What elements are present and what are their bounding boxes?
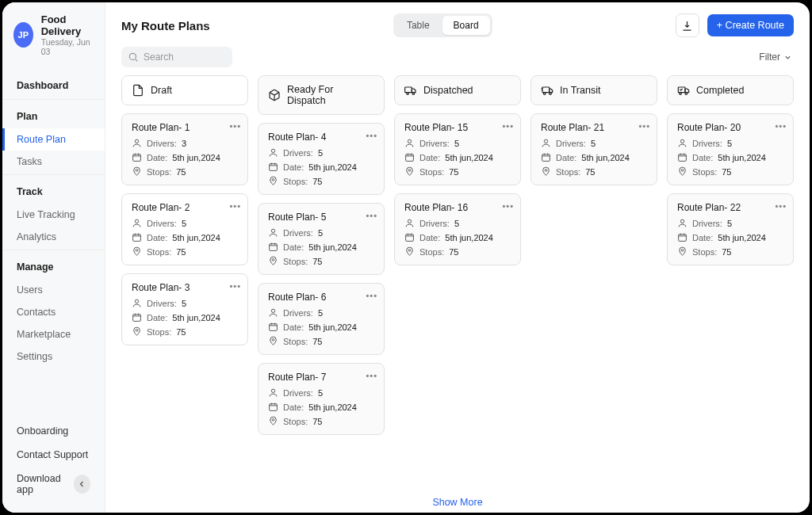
card-title: Route Plan- 3: [132, 282, 238, 293]
card-title: Route Plan- 1: [132, 122, 238, 133]
avatar[interactable]: JP: [13, 22, 33, 48]
search-wrapper: [121, 47, 232, 67]
card-date-row: Date: 5th jun,2024: [132, 232, 238, 242]
create-route-button[interactable]: + Create Route: [707, 14, 794, 36]
route-card[interactable]: •••Route Plan- 22Drivers: 5Date: 5th jun…: [667, 193, 794, 265]
toggle-table[interactable]: Table: [396, 16, 441, 35]
route-card[interactable]: •••Route Plan- 6Drivers: 5Date: 5th jun,…: [258, 283, 385, 355]
card-more-button[interactable]: •••: [502, 201, 514, 211]
nav-live-tracking[interactable]: Live Tracking: [2, 204, 105, 226]
calendar-icon: [268, 322, 278, 332]
sidebar: JP Food Delivery Tuesday, Jun 03 Dashboa…: [2, 2, 105, 513]
svg-point-19: [271, 389, 274, 392]
column-ready: Ready For Dispatch•••Route Plan- 4Driver…: [258, 75, 385, 479]
nav-contacts[interactable]: Contacts: [2, 301, 105, 323]
column-header-draft[interactable]: Draft: [121, 75, 248, 105]
route-card[interactable]: •••Route Plan- 20Drivers: 5Date: 5th jun…: [667, 113, 794, 185]
card-drivers-row: Drivers: 5: [268, 227, 374, 238]
route-card[interactable]: •••Route Plan- 21Drivers: 5Date: 5th jun…: [530, 113, 657, 185]
card-more-button[interactable]: •••: [366, 131, 377, 140]
search-icon: [128, 52, 139, 63]
collapse-sidebar-button[interactable]: [74, 475, 90, 494]
svg-point-16: [271, 309, 274, 312]
svg-point-27: [408, 170, 411, 172]
filter-button[interactable]: Filter: [757, 48, 794, 66]
column-transit: In Transit•••Route Plan- 21Drivers: 5Dat…: [530, 75, 657, 479]
pin-icon: [268, 336, 278, 346]
driver-icon: [132, 218, 142, 228]
ready-icon: [268, 89, 281, 101]
route-card[interactable]: •••Route Plan- 2Drivers: 5Date: 5th jun,…: [121, 193, 248, 265]
show-more-button[interactable]: Show More: [105, 492, 810, 513]
route-card[interactable]: •••Route Plan- 4Drivers: 5Date: 5th jun,…: [258, 123, 385, 195]
column-header-completed[interactable]: Completed: [667, 75, 794, 105]
nav-dashboard[interactable]: Dashboard: [2, 74, 105, 97]
svg-point-38: [680, 93, 682, 95]
card-more-button[interactable]: •••: [775, 201, 787, 211]
column-label: Dispatched: [423, 85, 473, 96]
svg-point-23: [407, 93, 409, 95]
card-title: Route Plan- 2: [132, 202, 238, 213]
svg-point-32: [543, 93, 546, 95]
card-more-button[interactable]: •••: [638, 121, 650, 131]
card-more-button[interactable]: •••: [366, 291, 377, 300]
card-date-row: Date: 5th jun,2024: [132, 152, 238, 162]
card-more-button[interactable]: •••: [366, 211, 377, 220]
calendar-icon: [541, 152, 551, 162]
svg-point-0: [129, 53, 136, 59]
column-header-transit[interactable]: In Transit: [530, 75, 657, 105]
svg-point-39: [685, 93, 688, 95]
nav-analytics[interactable]: Analytics: [2, 226, 105, 248]
pin-icon: [268, 176, 278, 186]
driver-icon: [132, 138, 142, 148]
calendar-icon: [404, 232, 415, 242]
card-more-button[interactable]: •••: [502, 121, 514, 131]
card-more-button[interactable]: •••: [775, 121, 787, 131]
route-card[interactable]: •••Route Plan- 7Drivers: 5Date: 5th jun,…: [258, 363, 385, 435]
toggle-board[interactable]: Board: [442, 16, 490, 35]
nav-support[interactable]: Contact Support: [2, 443, 105, 467]
card-title: Route Plan- 22: [677, 202, 783, 213]
route-card[interactable]: •••Route Plan- 16Drivers: 5Date: 5th jun…: [394, 193, 521, 265]
card-more-button[interactable]: •••: [229, 201, 241, 211]
card-more-button[interactable]: •••: [229, 121, 241, 131]
column-header-ready[interactable]: Ready For Dispatch: [258, 75, 385, 115]
brand-block: JP Food Delivery Tuesday, Jun 03: [2, 2, 105, 64]
column-header-dispatched[interactable]: Dispatched: [394, 75, 521, 105]
calendar-icon: [268, 162, 278, 172]
nav-manage-head: Manage: [2, 255, 105, 279]
card-more-button[interactable]: •••: [366, 371, 377, 380]
route-card[interactable]: •••Route Plan- 15Drivers: 5Date: 5th jun…: [394, 113, 521, 185]
card-stops-row: Stops: 75: [132, 166, 238, 177]
nav-plan-head: Plan: [2, 105, 105, 128]
card-stops-row: Stops: 75: [268, 336, 374, 346]
route-card[interactable]: •••Route Plan- 5Drivers: 5Date: 5th jun,…: [258, 203, 385, 275]
card-stops-row: Stops: 75: [132, 326, 238, 337]
page-title: My Route Plans: [121, 19, 210, 32]
card-drivers-row: Drivers: 5: [404, 218, 511, 228]
svg-rect-22: [405, 87, 412, 93]
card-drivers-row: Drivers: 5: [268, 387, 374, 398]
nav-marketplace[interactable]: Marketplace: [2, 323, 105, 345]
svg-point-36: [545, 170, 547, 172]
nav-download[interactable]: Download app: [17, 473, 74, 495]
pin-icon: [541, 166, 551, 177]
nav-route-plan[interactable]: Route Plan: [2, 128, 105, 151]
card-drivers-row: Drivers: 5: [132, 218, 238, 228]
nav-track-head: Track: [2, 180, 105, 204]
download-button[interactable]: [676, 13, 699, 37]
svg-point-24: [412, 93, 415, 95]
nav-tasks[interactable]: Tasks: [2, 151, 105, 173]
calendar-icon: [132, 232, 142, 242]
svg-point-15: [272, 259, 274, 261]
nav-settings[interactable]: Settings: [2, 345, 105, 368]
nav-onboarding[interactable]: Onboarding: [2, 419, 105, 443]
svg-rect-11: [270, 164, 278, 171]
driver-icon: [132, 298, 142, 308]
card-title: Route Plan- 15: [404, 122, 511, 133]
pin-icon: [268, 256, 278, 266]
route-card[interactable]: •••Route Plan- 3Drivers: 5Date: 5th jun,…: [121, 273, 248, 345]
route-card[interactable]: •••Route Plan- 1Drivers: 3Date: 5th jun,…: [121, 113, 248, 185]
card-more-button[interactable]: •••: [229, 281, 241, 291]
nav-users[interactable]: Users: [2, 279, 105, 301]
